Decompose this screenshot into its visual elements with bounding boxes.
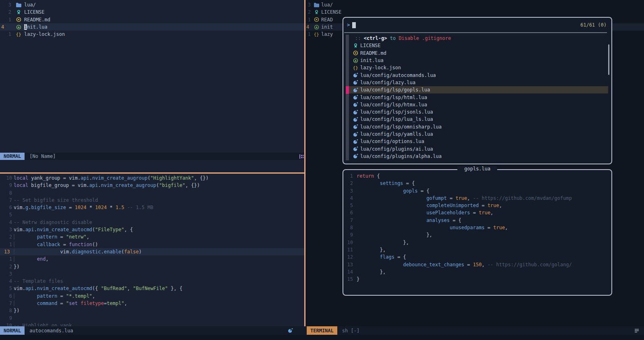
json-icon: {} xyxy=(352,65,359,70)
explorer-row[interactable]: 2LICENSE xyxy=(305,8,644,16)
line-number: 1 xyxy=(305,31,311,37)
code-line: 9local bigfile_group = vim.api.nvim_crea… xyxy=(0,182,304,189)
nvim-screen: 3lua/2LICENSE1README.md4init.lua1{}lazy-… xyxy=(0,0,644,340)
statusline-shell: sh [-] xyxy=(342,328,359,334)
code-line: 3 gopls = { xyxy=(343,187,611,195)
picker-item[interactable]: lua/config/lsp/lua_ls.lua xyxy=(348,116,608,123)
lua-icon xyxy=(288,328,293,333)
file-name: init xyxy=(321,24,333,30)
folder-icon xyxy=(15,3,22,7)
code-line: 5vim.api.nvim_create_autocmd({ "BufRead"… xyxy=(0,285,304,292)
command-line[interactable] xyxy=(0,335,644,340)
line-number: 7 xyxy=(0,300,12,307)
line-number: 3 xyxy=(0,270,12,278)
picker-item-name: lua/config/plugins/ai.lua xyxy=(360,146,433,152)
picker-item-name: lua/config/lsp/html.lua xyxy=(360,95,427,100)
line-number: 12 xyxy=(343,253,353,261)
picker-item[interactable]: lua/config/lsp/omnisharp.lua xyxy=(348,123,608,131)
code-line: 2}) xyxy=(0,263,304,270)
lua-icon xyxy=(352,110,359,115)
lua-init-icon xyxy=(15,25,22,30)
picker-item[interactable]: LICENSE xyxy=(348,42,608,49)
picker-item[interactable]: {}lazy-lock.json xyxy=(348,64,608,71)
picker-prompt[interactable]: > 61/61 (0) xyxy=(343,18,611,32)
code-line: 6vim.g.bigfile_size = 1024 * 1024 * 1.5 … xyxy=(0,204,304,211)
line-number: 8 xyxy=(0,307,12,314)
picker-item-name: lua/config/options.lua xyxy=(360,139,424,144)
lua-icon xyxy=(352,153,359,159)
explorer-row[interactable]: 4init.lua xyxy=(0,23,304,31)
line-number: 1 xyxy=(0,17,11,23)
explorer-row[interactable]: 1README.md xyxy=(0,16,304,23)
picker-item[interactable]: lua/config/lsp/yamlls.lua xyxy=(348,131,608,138)
lua-icon xyxy=(352,132,359,137)
license-icon xyxy=(352,43,359,48)
code-line: 3vim.api.nvim_create_autocmd("FileType",… xyxy=(0,226,304,233)
line-number: 2 xyxy=(0,263,12,270)
preview-code[interactable]: 1return {2 settings = {3 gopls = {4 gofu… xyxy=(343,172,611,283)
picker-item-name: lua/config/lsp/jsonls.lua xyxy=(360,109,433,115)
line-number: 9 xyxy=(343,231,353,238)
lua-init-icon xyxy=(314,25,319,30)
file-name: init.lua xyxy=(24,24,47,30)
window-separator-horizontal[interactable] xyxy=(0,172,304,174)
line-number: 1 xyxy=(343,172,353,180)
picker-item[interactable]: lua/config/plugins/ai.lua xyxy=(348,145,608,152)
license-icon xyxy=(314,10,319,15)
explorer-row[interactable]: 2LICENSE xyxy=(0,8,304,16)
statusline-filename: autocomands.lua xyxy=(29,328,73,334)
picker-item[interactable]: lua/config/lsp/gopls.lua xyxy=(348,86,608,93)
line-number: 5 xyxy=(343,202,353,209)
picker-item[interactable]: lua/config/lsp/htmx.lua xyxy=(348,101,608,108)
code-line: 7 analyses = { xyxy=(343,217,611,224)
prompt-separator xyxy=(344,32,607,33)
explorer-row[interactable]: 1{}lazy-lock.json xyxy=(0,31,304,38)
picker-item-name: lua/config/lsp/gopls.lua xyxy=(360,87,430,93)
line-number: 1 xyxy=(305,17,311,23)
list-lines-icon xyxy=(634,328,639,333)
left-column: 3lua/2LICENSE1README.md4init.lua1{}lazy-… xyxy=(0,0,304,326)
code-line: 3 xyxy=(0,270,304,278)
picker-item[interactable]: lua/config/lsp/jsonls.lua xyxy=(348,108,608,116)
line-number: 4 xyxy=(343,195,353,202)
line-number: 15 xyxy=(343,276,353,283)
line-number: 4 xyxy=(305,24,311,30)
code-line: 4-- Netrw diagnostic disable xyxy=(0,219,304,226)
json-icon: {} xyxy=(15,32,22,37)
code-line: 8 xyxy=(0,189,304,197)
picker-item-name: LICENSE xyxy=(360,43,381,48)
prompt-char: > xyxy=(347,22,350,28)
file-name: README.md xyxy=(24,17,50,23)
lua-init-icon xyxy=(352,58,359,63)
picker-item-name: lazy-lock.json xyxy=(360,65,401,70)
picker-item[interactable]: lua/config/autocomands.lua xyxy=(348,71,608,79)
file-name: LICENSE xyxy=(24,9,45,15)
fzf-picker: > 61/61 (0) :: <ctrl-g> to Disable .giti… xyxy=(343,17,612,164)
code-line: 15} xyxy=(343,276,611,283)
picker-results: LICENSEREADME.mdinit.lua{}lazy-lock.json… xyxy=(343,42,611,160)
picker-item[interactable]: init.lua xyxy=(348,57,608,64)
picker-scrollbar[interactable] xyxy=(608,44,609,75)
line-number: 7 xyxy=(343,217,353,224)
code-line: 13 vim.diagnostic.enable(false) xyxy=(0,248,304,255)
lua-icon xyxy=(352,87,359,93)
window-separator-vertical[interactable] xyxy=(304,0,305,326)
picker-item[interactable]: lua/config/options.lua xyxy=(348,138,608,145)
line-number: 7 xyxy=(0,197,12,204)
line-number: 10 xyxy=(343,239,353,246)
file-explorer-left[interactable]: 3lua/2LICENSE1README.md4init.lua1{}lazy-… xyxy=(0,0,304,38)
picker-header: :: <ctrl-g> to Disable .gitignore xyxy=(343,35,611,42)
line-number: 5 xyxy=(0,285,12,292)
explorer-row[interactable]: 3lua/ xyxy=(0,1,304,8)
line-number: 3 xyxy=(343,187,353,195)
picker-item[interactable]: lua/config/plugins/alpha.lua xyxy=(348,153,608,160)
code-window-autocmds[interactable]: 10local yank_group = vim.api.nvim_create… xyxy=(0,174,304,326)
picker-item-name: lua/config/lsp/omnisharp.lua xyxy=(360,124,442,130)
code-line: 10-- Highlight on yank xyxy=(0,322,304,326)
picker-item[interactable]: lua/config/lazy.lua xyxy=(348,79,608,86)
code-line: 14 }, xyxy=(343,268,611,276)
picker-item[interactable]: README.md xyxy=(348,50,608,57)
picker-item[interactable]: lua/config/lsp/html.lua xyxy=(348,93,608,101)
line-number: 1 xyxy=(0,31,11,37)
explorer-row[interactable]: 3lua/ xyxy=(305,1,644,8)
